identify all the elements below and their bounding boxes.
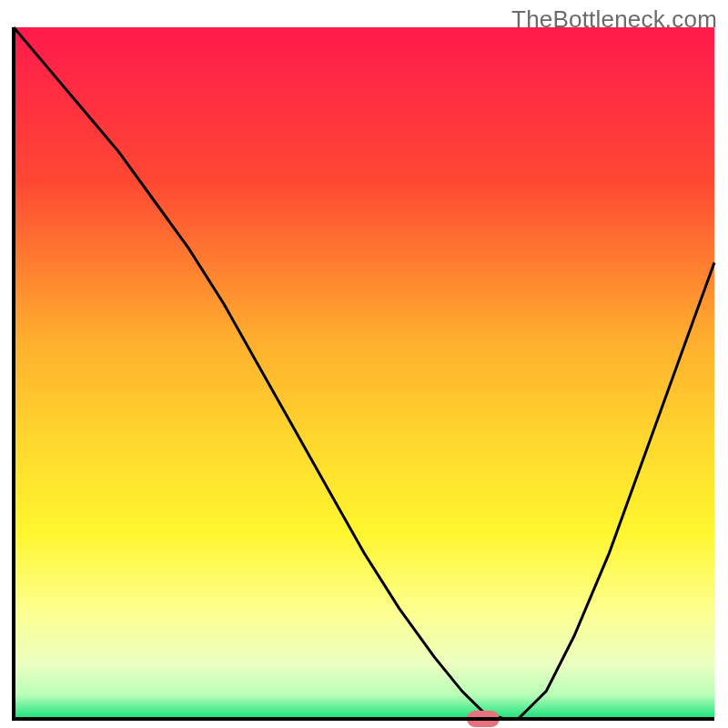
bottleneck-chart: TheBottleneck.com <box>0 0 728 728</box>
chart-svg <box>0 0 728 728</box>
plot-area <box>14 27 714 727</box>
gradient-background <box>14 27 714 719</box>
watermark-text: TheBottleneck.com <box>511 5 717 34</box>
